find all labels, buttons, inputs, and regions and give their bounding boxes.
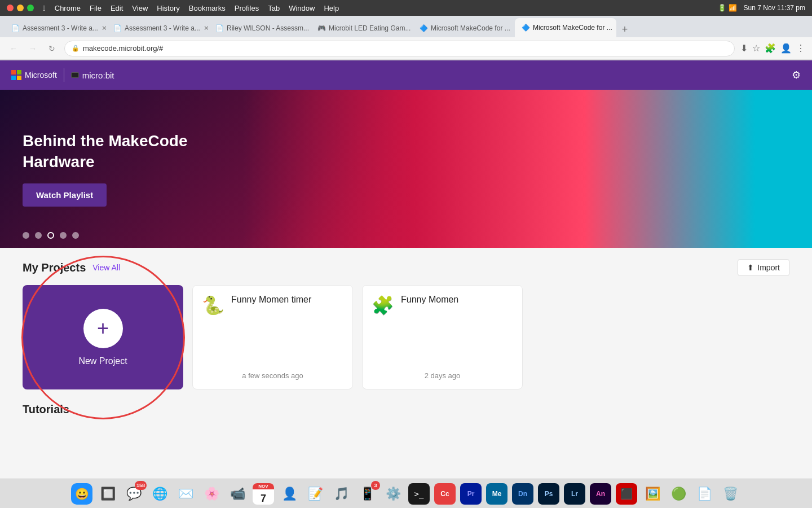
- tab-2-favicon: 📄: [113, 24, 121, 32]
- chrome-menu[interactable]: Chrome: [55, 4, 81, 12]
- dock-launchpad[interactable]: 🔲: [97, 483, 118, 505]
- dock-facetime[interactable]: 📹: [227, 483, 248, 505]
- dock-systemprefs[interactable]: ⚙️: [382, 483, 404, 505]
- microsoft-grid-icon: [11, 70, 21, 80]
- dock-premiere[interactable]: Pr: [460, 483, 482, 505]
- tab-2[interactable]: 📄 Assessment 3 - Write a... ✕: [107, 19, 208, 37]
- profiles-menu[interactable]: Profiles: [235, 4, 259, 12]
- import-label: Import: [757, 263, 780, 272]
- dock: 😀 🔲 💬 158 🌐 ✉️ 🌸 📹 NOV 7 👤 📝 🎵 📱 3 ⚙️ >_: [0, 479, 812, 508]
- maximize-button[interactable]: [27, 5, 34, 11]
- hero-title: Behind the MakeCode Hardware: [23, 131, 187, 172]
- plus-icon: +: [97, 317, 109, 340]
- carousel-dot-1[interactable]: [23, 232, 29, 239]
- tab-1-title: Assessment 3 - Write a...: [23, 24, 98, 32]
- messages-badge: 158: [135, 481, 147, 490]
- window-menu[interactable]: Window: [289, 4, 315, 12]
- titlebar-right: 🔋 📶 Sun 7 Nov 11:37 pm: [718, 4, 805, 12]
- tab-menu[interactable]: Tab: [268, 4, 280, 12]
- tab-3-favicon: 📄: [215, 24, 223, 32]
- tab-5-title: Microsoft MakeCode for ...: [431, 24, 510, 32]
- microsoft-logo[interactable]: Microsoft: [11, 70, 57, 80]
- view-menu[interactable]: View: [132, 4, 148, 12]
- new-tab-button[interactable]: +: [617, 21, 633, 37]
- reload-button[interactable]: ↻: [45, 42, 59, 55]
- dock-photoshop[interactable]: Ps: [538, 483, 559, 505]
- projects-title: My Projects: [23, 261, 86, 274]
- minimize-button[interactable]: [17, 5, 24, 11]
- dock-terminal[interactable]: >_: [408, 483, 430, 505]
- carousel-dot-3[interactable]: [47, 232, 54, 239]
- dock-lightroom[interactable]: Lr: [564, 483, 585, 505]
- dock-chrome[interactable]: 🌐: [149, 483, 170, 505]
- dock-medibang[interactable]: Me: [486, 483, 508, 505]
- url-bar[interactable]: 🔒 makecode.microbit.org/#: [64, 41, 735, 56]
- tab-6-favicon: 🔷: [522, 24, 529, 32]
- dock-music[interactable]: 🎵: [330, 483, 352, 505]
- dock-animate[interactable]: An: [590, 483, 611, 505]
- watch-playlist-button[interactable]: Watch Playlist: [23, 183, 107, 207]
- dock-photos[interactable]: 🌸: [201, 483, 222, 505]
- new-project-label: New Project: [78, 356, 127, 366]
- profile-icon[interactable]: 👤: [780, 43, 792, 54]
- extension-icon[interactable]: 🧩: [765, 43, 776, 54]
- import-button[interactable]: ⬆ Import: [738, 259, 789, 276]
- tab-5-close[interactable]: ✕: [514, 24, 514, 32]
- tab-6[interactable]: 🔷 Microsoft MakeCode for ... ✕: [515, 18, 616, 37]
- view-all-link[interactable]: View All: [92, 263, 120, 272]
- hero-background-decoration: [244, 90, 812, 248]
- dock-appstore[interactable]: 📱 3: [356, 483, 378, 505]
- edit-menu[interactable]: Edit: [111, 4, 123, 12]
- titlebar-left:  Chrome File Edit View History Bookmark…: [7, 4, 339, 12]
- dock-contacts[interactable]: 👤: [279, 483, 300, 505]
- tab-4[interactable]: 🎮 Microbit LED Eating Gam... ✕: [311, 19, 412, 37]
- file-menu[interactable]: File: [90, 4, 102, 12]
- project-2-name: Funny Momen: [401, 295, 458, 305]
- dock-preview[interactable]: 🖼️: [642, 483, 663, 505]
- tab-2-close[interactable]: ✕: [204, 24, 208, 32]
- tab-5[interactable]: 🔷 Microsoft MakeCode for ... ✕: [413, 19, 514, 37]
- traffic-lights[interactable]: [7, 5, 34, 11]
- microsoft-name: Microsoft: [25, 71, 57, 80]
- main-content: My Projects View All ⬆ Import + New Proj…: [0, 248, 812, 427]
- microbit-brand[interactable]: micro:bit: [71, 71, 114, 80]
- help-menu[interactable]: Help: [324, 4, 339, 12]
- dock-utorrent[interactable]: 🟢: [668, 483, 689, 505]
- tab-1-close[interactable]: ✕: [102, 24, 106, 32]
- menu-icon[interactable]: ⋮: [796, 43, 805, 54]
- settings-icon[interactable]: ⚙: [792, 69, 801, 81]
- ms-square-red: [11, 70, 16, 75]
- history-menu[interactable]: History: [157, 4, 179, 12]
- tab-1[interactable]: 📄 Assessment 3 - Write a... ✕: [5, 19, 106, 37]
- bookmark-icon[interactable]: ☆: [752, 43, 760, 54]
- download-icon[interactable]: ⬇: [740, 43, 748, 54]
- url-text: makecode.microbit.org/#: [83, 44, 163, 52]
- dock-roblox[interactable]: ⬛: [616, 483, 637, 505]
- dock-finder[interactable]: 😀: [71, 483, 92, 505]
- forward-button[interactable]: →: [26, 42, 39, 55]
- carousel-dot-5[interactable]: [72, 232, 79, 239]
- hero-content: Behind the MakeCode Hardware Watch Playl…: [23, 131, 187, 207]
- back-button[interactable]: ←: [7, 42, 20, 55]
- project-card-2[interactable]: 🧩 Funny Momen 2 days ago: [362, 285, 523, 389]
- dock-mail[interactable]: ✉️: [175, 483, 196, 505]
- dock-dimension[interactable]: Dn: [512, 483, 533, 505]
- tab-6-close[interactable]: ✕: [616, 24, 616, 32]
- apple-menu[interactable]: : [43, 4, 46, 12]
- dock-messages[interactable]: 💬 158: [123, 483, 144, 505]
- new-project-card[interactable]: + New Project: [23, 285, 183, 389]
- bookmarks-menu[interactable]: Bookmarks: [189, 4, 226, 12]
- tutorials-section: Tutorials: [23, 403, 789, 416]
- dock-trash[interactable]: 🗑️: [720, 483, 741, 505]
- tab-3[interactable]: 📄 Riley WILSON - Assessm... ✕: [209, 19, 310, 37]
- carousel-dot-2[interactable]: [35, 232, 42, 239]
- dock-stickies[interactable]: 📝: [304, 483, 326, 505]
- carousel-dot-4[interactable]: [60, 232, 67, 239]
- tutorials-title: Tutorials: [23, 403, 69, 415]
- dock-adobe-cc[interactable]: Cc: [434, 483, 456, 505]
- dock-calendar[interactable]: NOV 7: [253, 483, 274, 505]
- address-bar: ← → ↻ 🔒 makecode.microbit.org/# ⬇ ☆ 🧩 👤 …: [0, 37, 812, 60]
- dock-document[interactable]: 📄: [694, 483, 715, 505]
- project-card-1[interactable]: 🐍 Funny Momen timer a few seconds ago: [192, 285, 353, 389]
- close-button[interactable]: [7, 5, 14, 11]
